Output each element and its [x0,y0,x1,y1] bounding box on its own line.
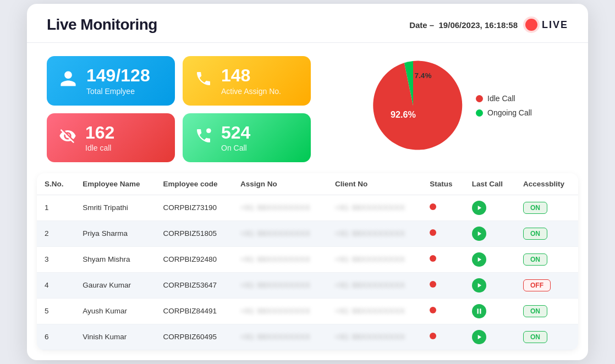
cell-status [422,324,464,350]
access-badge: ON [523,202,547,214]
eye-slash-icon [59,127,76,148]
cell-lastcall[interactable] [464,324,515,350]
col-code: Employee code [155,173,232,195]
status-dot [430,281,436,288]
cell-lastcall[interactable] [464,272,515,298]
table-row: 3Shyam MishraCORPBIZ92480+91 98XXXXXXXX+… [37,246,578,272]
legend-idle-call: Idle Call [476,94,532,103]
stat-on-call-label: On Call [221,144,250,152]
legend-idle-dot [476,95,483,102]
cell-code: CORPBIZ73190 [155,195,232,220]
cell-code: CORPBIZ84491 [155,298,232,324]
table-row: 2Priya SharmaCORPBIZ51805+91 98XXXXXXXX+… [37,220,578,246]
cell-name: Gaurav Kumar [75,272,155,298]
cell-status [422,298,464,324]
col-sno: S.No. [37,173,75,195]
svg-text:7.4%: 7.4% [415,71,432,80]
cell-client: +91 98XXXXXXXX [327,220,422,246]
cell-client: +91 98XXXXXXXX [327,246,422,272]
play-button[interactable] [472,227,486,241]
main-card: Live Monitoring Date – 19/06/2023, 16:18… [27,4,588,360]
employee-table: S.No. Employee Name Employee code Assign… [37,173,578,350]
chart-area: 92.6% 7.4% Idle Call Ongoing Call [322,56,568,155]
cell-client: +91 98XXXXXXXX [327,195,422,220]
cell-lastcall[interactable] [464,246,515,272]
cell-code: CORPBIZ92480 [155,246,232,272]
cell-client: +91 98XXXXXXXX [327,272,422,298]
col-status: Status [422,173,464,195]
cell-status [422,195,464,220]
cell-assign: +91 98XXXXXXXX [233,195,327,220]
col-assign: Assign No [233,173,327,195]
table-header: S.No. Employee Name Employee code Assign… [37,173,578,195]
status-dot [430,333,436,339]
play-button[interactable] [472,201,486,215]
stat-idle-call-info: 162 Idle call [85,123,114,152]
cell-name: Smriti Tripathi [75,195,155,220]
cell-access: OFF [515,272,578,298]
live-badge: LIVE [525,19,568,31]
cell-sno: 3 [37,246,75,272]
stat-active-assign-number: 148 [221,66,281,85]
stat-total-employee-info: 149/128 Total Emplyee [86,66,150,95]
play-button[interactable] [472,330,486,344]
stat-idle-call: 162 Idle call [47,113,175,162]
cell-lastcall[interactable] [464,220,515,246]
live-label: LIVE [542,19,568,31]
stat-idle-call-label: Idle call [85,144,114,152]
cell-sno: 1 [37,195,75,220]
cell-assign: +91 98XXXXXXXX [233,246,327,272]
pause-button[interactable] [472,304,486,318]
pie-svg: 92.6% 7.4% [364,56,463,155]
stat-on-call-info: 524 On Call [221,123,250,152]
cell-lastcall[interactable] [464,298,515,324]
cell-name: Vinish Kumar [75,324,155,350]
cell-name: Shyam Mishra [75,246,155,272]
cell-sno: 4 [37,272,75,298]
cell-status [422,220,464,246]
header-right: Date – 19/06/2023, 16:18:58 LIVE [409,19,568,31]
cell-access: ON [515,298,578,324]
legend-idle-label: Idle Call [487,94,515,103]
table-row: 5Ayush KumarCORPBIZ84491+91 98XXXXXXXX+9… [37,298,578,324]
cell-sno: 6 [37,324,75,350]
stat-active-assign: 148 Active Assign No. [183,56,311,105]
stat-on-call-number: 524 [221,123,250,142]
svg-marker-5 [477,257,481,262]
cell-client: +91 98XXXXXXXX [327,324,422,350]
header-date: Date – 19/06/2023, 16:18:58 [409,20,518,30]
svg-point-0 [206,128,211,133]
play-button[interactable] [472,252,486,267]
cell-lastcall[interactable] [464,195,515,220]
col-lastcall: Last Call [464,173,515,195]
cell-sno: 5 [37,298,75,324]
stat-total-employee-label: Total Emplyee [86,87,150,96]
person-icon [59,69,78,92]
svg-rect-8 [480,308,481,313]
cell-access: ON [515,246,578,272]
table-row: 1Smriti TripathiCORPBIZ73190+91 98XXXXXX… [37,195,578,220]
cell-client: +91 98XXXXXXXX [327,298,422,324]
stats-row: 149/128 Total Emplyee 148 Active Assign … [27,43,588,167]
svg-rect-7 [477,308,478,313]
access-badge: ON [523,253,547,266]
cell-name: Ayush Kumar [75,298,155,324]
cell-access: ON [515,195,578,220]
play-button[interactable] [472,278,486,293]
stat-idle-call-number: 162 [85,123,114,142]
svg-marker-4 [477,231,481,236]
svg-text:92.6%: 92.6% [391,109,416,119]
status-dot [430,229,436,236]
cell-sno: 2 [37,220,75,246]
cell-status [422,272,464,298]
cell-code: CORPBIZ53647 [155,272,232,298]
table-header-row: S.No. Employee Name Employee code Assign… [37,173,578,195]
cell-code: CORPBIZ60495 [155,324,232,350]
status-dot [430,255,436,262]
employee-table-section: S.No. Employee Name Employee code Assign… [37,173,578,350]
table-body: 1Smriti TripathiCORPBIZ73190+91 98XXXXXX… [37,195,578,350]
col-access: Accessblity [515,173,578,195]
legend-ongoing-call: Ongoing Call [476,108,532,117]
pie-chart: 92.6% 7.4% [364,56,463,155]
col-name: Employee Name [75,173,155,195]
